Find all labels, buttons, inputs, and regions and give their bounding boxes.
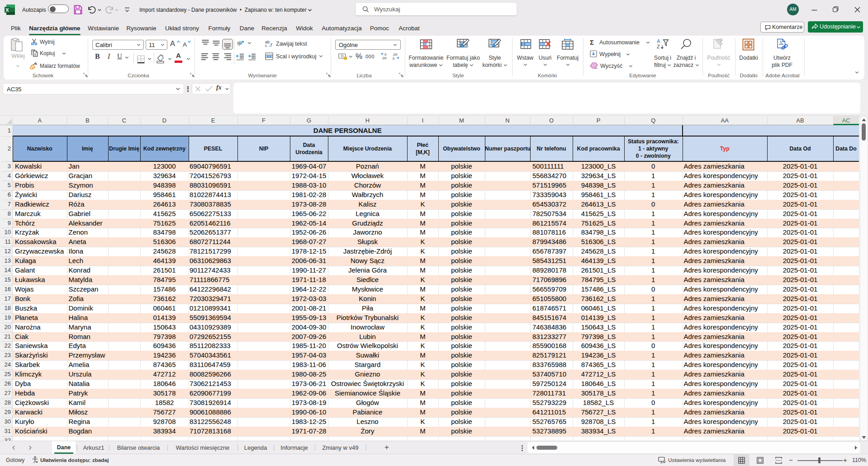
svg-text:A: A [657,38,660,44]
svg-text:c: c [265,43,267,47]
svg-text:,00: ,00 [382,56,386,60]
svg-text:0: 0 [393,56,394,60]
svg-text:X: X [5,7,9,13]
svg-text:Z: Z [657,44,660,49]
